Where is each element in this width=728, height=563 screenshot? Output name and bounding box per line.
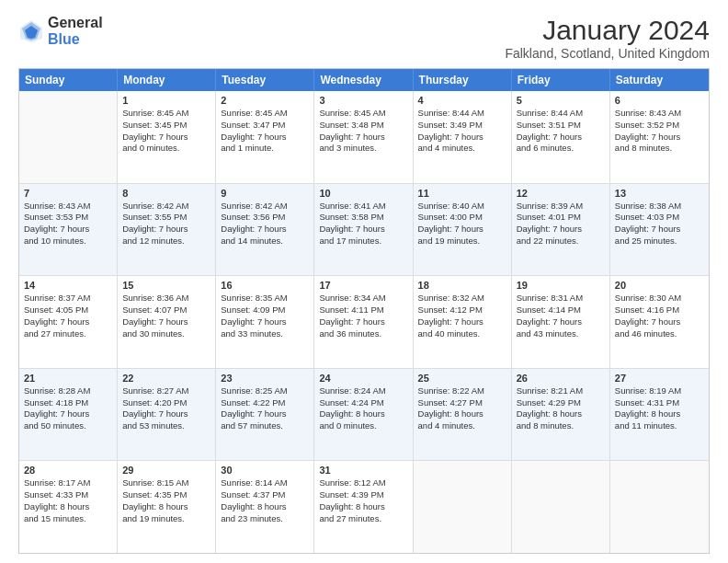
day-info: Sunrise: 8:43 AM Sunset: 3:52 PM Dayligh… [615, 108, 704, 155]
header-day-sunday: Sunday [19, 69, 118, 91]
calendar: SundayMondayTuesdayWednesdayThursdayFrid… [18, 68, 710, 554]
day-info: Sunrise: 8:45 AM Sunset: 3:45 PM Dayligh… [122, 108, 210, 155]
day-info: Sunrise: 8:32 AM Sunset: 4:12 PM Dayligh… [418, 293, 506, 339]
day-info: Sunrise: 8:45 AM Sunset: 3:47 PM Dayligh… [221, 108, 309, 155]
day-info: Sunrise: 8:39 AM Sunset: 4:01 PM Dayligh… [517, 201, 605, 247]
day-info: Sunrise: 8:45 AM Sunset: 3:48 PM Dayligh… [319, 108, 407, 155]
day-cell-1: 1Sunrise: 8:45 AM Sunset: 3:45 PM Daylig… [118, 91, 216, 183]
day-cell-14: 14Sunrise: 8:37 AM Sunset: 4:05 PM Dayli… [19, 276, 118, 368]
calendar-row-1: 7Sunrise: 8:43 AM Sunset: 3:53 PM Daylig… [19, 184, 709, 277]
day-cell-30: 30Sunrise: 8:14 AM Sunset: 4:37 PM Dayli… [216, 461, 314, 553]
day-cell-7: 7Sunrise: 8:43 AM Sunset: 3:53 PM Daylig… [19, 184, 118, 276]
day-number: 26 [517, 373, 605, 384]
day-info: Sunrise: 8:37 AM Sunset: 4:05 PM Dayligh… [24, 293, 112, 339]
day-number: 8 [122, 188, 210, 199]
empty-cell [19, 91, 118, 183]
day-info: Sunrise: 8:12 AM Sunset: 4:39 PM Dayligh… [319, 477, 407, 524]
empty-cell [610, 461, 709, 553]
logo-text: General Blue [48, 15, 103, 47]
day-info: Sunrise: 8:21 AM Sunset: 4:29 PM Dayligh… [517, 385, 605, 432]
day-number: 1 [122, 95, 210, 106]
day-number: 19 [517, 280, 605, 291]
day-cell-6: 6Sunrise: 8:43 AM Sunset: 3:52 PM Daylig… [610, 91, 709, 183]
day-number: 27 [615, 373, 704, 384]
header: General Blue January 2024 Falkland, Scot… [18, 15, 710, 61]
day-number: 28 [24, 465, 112, 476]
header-day-friday: Friday [512, 69, 610, 91]
day-number: 31 [319, 465, 407, 476]
day-info: Sunrise: 8:40 AM Sunset: 4:00 PM Dayligh… [418, 201, 506, 247]
day-cell-29: 29Sunrise: 8:15 AM Sunset: 4:35 PM Dayli… [118, 461, 216, 553]
day-cell-26: 26Sunrise: 8:21 AM Sunset: 4:29 PM Dayli… [512, 369, 610, 461]
day-info: Sunrise: 8:34 AM Sunset: 4:11 PM Dayligh… [319, 293, 407, 339]
day-cell-4: 4Sunrise: 8:44 AM Sunset: 3:49 PM Daylig… [414, 91, 512, 183]
calendar-row-2: 14Sunrise: 8:37 AM Sunset: 4:05 PM Dayli… [19, 276, 709, 369]
day-info: Sunrise: 8:14 AM Sunset: 4:37 PM Dayligh… [221, 477, 309, 524]
empty-cell [414, 461, 512, 553]
day-number: 13 [615, 188, 704, 199]
calendar-body: 1Sunrise: 8:45 AM Sunset: 3:45 PM Daylig… [19, 91, 709, 553]
day-cell-28: 28Sunrise: 8:17 AM Sunset: 4:33 PM Dayli… [19, 461, 118, 553]
day-info: Sunrise: 8:38 AM Sunset: 4:03 PM Dayligh… [615, 201, 704, 247]
day-info: Sunrise: 8:41 AM Sunset: 3:58 PM Dayligh… [319, 201, 407, 247]
day-cell-16: 16Sunrise: 8:35 AM Sunset: 4:09 PM Dayli… [216, 276, 314, 368]
logo-general-text: General [48, 15, 103, 31]
day-cell-18: 18Sunrise: 8:32 AM Sunset: 4:12 PM Dayli… [414, 276, 512, 368]
calendar-row-4: 28Sunrise: 8:17 AM Sunset: 4:33 PM Dayli… [19, 461, 709, 553]
logo: General Blue [18, 15, 103, 47]
day-number: 3 [319, 95, 407, 106]
calendar-row-3: 21Sunrise: 8:28 AM Sunset: 4:18 PM Dayli… [19, 369, 709, 462]
day-cell-27: 27Sunrise: 8:19 AM Sunset: 4:31 PM Dayli… [610, 369, 709, 461]
day-info: Sunrise: 8:44 AM Sunset: 3:49 PM Dayligh… [418, 108, 506, 155]
header-day-saturday: Saturday [610, 69, 709, 91]
day-number: 12 [517, 188, 605, 199]
day-cell-31: 31Sunrise: 8:12 AM Sunset: 4:39 PM Dayli… [314, 461, 413, 553]
day-info: Sunrise: 8:22 AM Sunset: 4:27 PM Dayligh… [418, 385, 506, 432]
day-cell-13: 13Sunrise: 8:38 AM Sunset: 4:03 PM Dayli… [610, 184, 709, 276]
day-cell-8: 8Sunrise: 8:42 AM Sunset: 3:55 PM Daylig… [118, 184, 216, 276]
day-number: 6 [615, 95, 704, 106]
day-info: Sunrise: 8:43 AM Sunset: 3:53 PM Dayligh… [24, 201, 112, 247]
title-section: January 2024 Falkland, Scotland, United … [505, 15, 710, 61]
day-number: 10 [319, 188, 407, 199]
day-cell-9: 9Sunrise: 8:42 AM Sunset: 3:56 PM Daylig… [216, 184, 314, 276]
day-info: Sunrise: 8:27 AM Sunset: 4:20 PM Dayligh… [122, 385, 210, 432]
day-cell-5: 5Sunrise: 8:44 AM Sunset: 3:51 PM Daylig… [512, 91, 610, 183]
header-day-monday: Monday [118, 69, 216, 91]
day-cell-24: 24Sunrise: 8:24 AM Sunset: 4:24 PM Dayli… [314, 369, 413, 461]
day-number: 9 [221, 188, 309, 199]
day-number: 25 [418, 373, 506, 384]
logo-icon [18, 18, 44, 44]
day-cell-10: 10Sunrise: 8:41 AM Sunset: 3:58 PM Dayli… [314, 184, 413, 276]
day-info: Sunrise: 8:30 AM Sunset: 4:16 PM Dayligh… [615, 293, 704, 339]
day-info: Sunrise: 8:15 AM Sunset: 4:35 PM Dayligh… [122, 477, 210, 524]
day-cell-22: 22Sunrise: 8:27 AM Sunset: 4:20 PM Dayli… [118, 369, 216, 461]
day-cell-11: 11Sunrise: 8:40 AM Sunset: 4:00 PM Dayli… [414, 184, 512, 276]
day-cell-15: 15Sunrise: 8:36 AM Sunset: 4:07 PM Dayli… [118, 276, 216, 368]
day-number: 4 [418, 95, 506, 106]
day-number: 15 [122, 280, 210, 291]
day-number: 2 [221, 95, 309, 106]
day-info: Sunrise: 8:42 AM Sunset: 3:55 PM Dayligh… [122, 201, 210, 247]
day-number: 7 [24, 188, 112, 199]
day-cell-25: 25Sunrise: 8:22 AM Sunset: 4:27 PM Dayli… [414, 369, 512, 461]
day-info: Sunrise: 8:35 AM Sunset: 4:09 PM Dayligh… [221, 293, 309, 339]
month-title: January 2024 [505, 15, 710, 46]
day-number: 22 [122, 373, 210, 384]
logo-blue-text: Blue [48, 31, 103, 48]
day-info: Sunrise: 8:28 AM Sunset: 4:18 PM Dayligh… [24, 385, 112, 432]
day-info: Sunrise: 8:44 AM Sunset: 3:51 PM Dayligh… [517, 108, 605, 155]
day-info: Sunrise: 8:31 AM Sunset: 4:14 PM Dayligh… [517, 293, 605, 339]
day-number: 30 [221, 465, 309, 476]
day-number: 16 [221, 280, 309, 291]
day-number: 18 [418, 280, 506, 291]
page: General Blue January 2024 Falkland, Scot… [0, 0, 728, 563]
day-cell-17: 17Sunrise: 8:34 AM Sunset: 4:11 PM Dayli… [314, 276, 413, 368]
day-number: 24 [319, 373, 407, 384]
location: Falkland, Scotland, United Kingdom [505, 46, 710, 61]
day-number: 11 [418, 188, 506, 199]
header-day-wednesday: Wednesday [314, 69, 413, 91]
day-cell-2: 2Sunrise: 8:45 AM Sunset: 3:47 PM Daylig… [216, 91, 314, 183]
day-number: 20 [615, 280, 704, 291]
day-number: 14 [24, 280, 112, 291]
